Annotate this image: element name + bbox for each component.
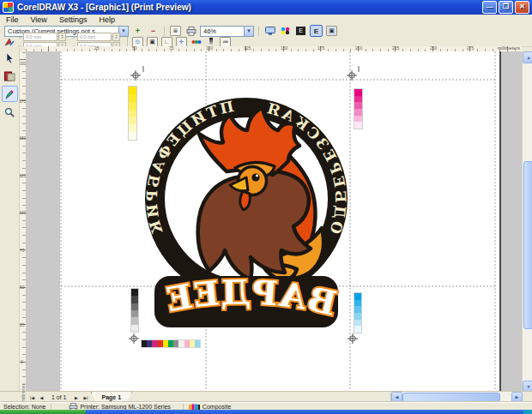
ruler-number: 50 xyxy=(20,285,25,290)
magenta-calibration-bar xyxy=(354,88,363,129)
tray-fragment xyxy=(523,410,532,414)
mirror-label: E xyxy=(314,27,318,35)
ruler-number: 100 xyxy=(206,45,213,51)
selection-status: Selection: None xyxy=(3,404,45,410)
fullscreen-preview-icon[interactable] xyxy=(263,25,276,37)
zoom-value: 46% xyxy=(203,27,216,35)
ruler-number: 275 xyxy=(467,45,474,51)
delete-print-style-button[interactable]: − xyxy=(147,25,160,37)
size-w-stepper[interactable]: ▲▼ xyxy=(112,33,120,41)
tint-step xyxy=(131,317,138,324)
ruler-number: 200 xyxy=(355,45,362,51)
ruler-number: 150 xyxy=(281,45,287,51)
ruler-number: 25 xyxy=(94,45,100,51)
scroll-up-icon[interactable]: ▲ xyxy=(523,51,532,63)
first-page-button[interactable]: |◀ xyxy=(27,393,37,402)
invert-icon[interactable]: E xyxy=(294,25,307,37)
restore-button[interactable]: ❐ xyxy=(499,1,513,14)
close-button[interactable]: ✕ xyxy=(515,1,529,14)
tint-step xyxy=(354,300,361,307)
tint-step xyxy=(354,96,362,103)
page-tab-label: Page 1 xyxy=(102,394,122,400)
tint-step xyxy=(129,87,136,94)
app-icon xyxy=(3,2,14,13)
imposition-tool-icon[interactable] xyxy=(2,68,18,84)
start-button-fragment[interactable] xyxy=(0,410,86,414)
tint-step xyxy=(354,293,361,300)
tint-step xyxy=(354,89,362,96)
tint-step xyxy=(354,326,361,333)
yellow-calibration-bar xyxy=(128,86,137,141)
color-calibration-strip xyxy=(141,339,201,348)
tint-step xyxy=(131,289,138,296)
swatch xyxy=(195,340,200,347)
window-title: CorelDRAW X3 - [Graphic1] (Print Preview… xyxy=(17,3,191,12)
ruler-number: 75 xyxy=(169,45,174,51)
horizontal-scrollbar[interactable]: ◀ ▶ xyxy=(390,392,523,401)
ruler-number: 125 xyxy=(244,45,251,51)
menu-settings[interactable]: Settings xyxy=(53,15,94,24)
tint-step xyxy=(354,102,362,109)
pick-tool-icon[interactable] xyxy=(2,50,18,66)
tint-step xyxy=(354,122,362,129)
grayscale-calibration-bar xyxy=(130,288,139,333)
artwork-layer: ПОДБЕРЕЗСКАЯ ПТИЦЕФАБРИКА xyxy=(26,51,522,391)
tint-step xyxy=(354,313,361,320)
close-preview-icon[interactable]: ▣ xyxy=(325,25,338,37)
ruler-number: 0 xyxy=(21,359,23,364)
printer-status: Printer: Samsung ML-1200 Series xyxy=(80,404,170,410)
page-count: 1 of 1 xyxy=(46,394,72,400)
composite-status: Composite xyxy=(203,404,231,410)
vertical-scrollbar[interactable]: ▲ ▼ xyxy=(522,51,532,391)
ruler-number: 225 xyxy=(392,45,399,51)
print-icon[interactable] xyxy=(184,25,197,37)
chevron-down-icon[interactable]: ▼ xyxy=(244,27,253,36)
tint-step xyxy=(129,110,136,117)
ruler-number: 250 xyxy=(430,45,437,51)
ruler-number: 25 xyxy=(20,322,25,327)
menu-file[interactable]: File xyxy=(0,15,25,24)
scroll-left-icon[interactable]: ◀ xyxy=(391,392,402,402)
tint-step xyxy=(129,102,136,110)
ruler-unit-label: millimeters xyxy=(498,45,520,51)
color-separations-icon[interactable] xyxy=(279,25,292,37)
tint-step xyxy=(354,320,361,327)
position-x-stepper[interactable]: ▲▼ xyxy=(58,33,66,41)
ruler-number: 50 xyxy=(132,45,137,51)
marks-placement-tool-icon[interactable] xyxy=(2,86,18,102)
title-bar: CorelDRAW X3 - [Graphic1] (Print Preview… xyxy=(0,0,532,15)
scroll-right-icon[interactable]: ▶ xyxy=(511,392,523,402)
position-x-field[interactable]: 0.0 mm xyxy=(23,33,57,41)
vscroll-thumb[interactable] xyxy=(523,161,532,329)
menu-help[interactable]: Help xyxy=(93,15,121,24)
tint-step xyxy=(354,116,362,123)
tint-step xyxy=(131,325,138,332)
mirror-toggle[interactable]: E xyxy=(310,25,323,37)
prev-page-button[interactable]: ◀ xyxy=(37,393,46,402)
last-page-button[interactable]: ▶| xyxy=(82,393,91,402)
tint-step xyxy=(129,117,136,124)
zoom-combo[interactable]: 46% ▼ xyxy=(200,26,254,37)
hscroll-thumb[interactable] xyxy=(402,393,500,402)
tint-step xyxy=(129,132,136,140)
ruler-number: 175 xyxy=(317,45,324,51)
minimize-button[interactable]: — xyxy=(482,1,497,14)
menu-view[interactable]: View xyxy=(25,15,53,24)
zoom-tool-icon[interactable] xyxy=(2,104,18,120)
size-w-field[interactable]: 0.0 mm xyxy=(77,33,112,41)
next-page-button[interactable]: ▶ xyxy=(72,393,82,402)
tint-step xyxy=(129,94,136,102)
tint-step xyxy=(131,310,138,317)
toolbox xyxy=(0,46,20,394)
print-preview-canvas[interactable]: ПОДБЕРЕЗСКАЯ ПТИЦЕФАБРИКА xyxy=(26,51,522,391)
tint-step xyxy=(131,296,138,303)
print-options-icon[interactable]: ≣ xyxy=(169,25,182,37)
taskbar-sliver xyxy=(0,410,532,414)
tint-step xyxy=(131,303,138,310)
tint-step xyxy=(354,306,361,313)
add-print-style-button[interactable]: + xyxy=(131,25,144,37)
cyan-calibration-bar xyxy=(354,292,362,333)
ruler-number: 75 xyxy=(20,248,25,253)
vertical-unit-label: millimeters xyxy=(21,393,26,402)
tint-step xyxy=(129,124,136,132)
